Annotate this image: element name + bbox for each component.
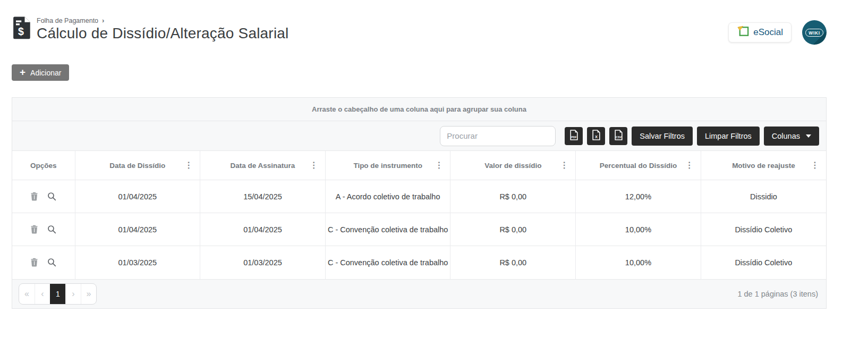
group-drop-zone[interactable]: Arraste o cabeçalho de uma coluna aqui p… (12, 98, 826, 121)
column-header[interactable]: Tipo de instrumento⋮ (325, 151, 450, 180)
search-box (440, 126, 556, 146)
wiki-button[interactable]: WIKI (802, 20, 827, 45)
page-title: Cálculo de Dissídio/Alteração Salarial (37, 25, 289, 42)
table-row: 01/04/202501/04/2025C - Convenção coleti… (12, 213, 826, 246)
table-cell: Dissidio (701, 180, 826, 213)
table-cell: 01/04/2025 (75, 180, 200, 213)
column-header[interactable]: Data de Assinatura⋮ (200, 151, 326, 180)
view-row-icon[interactable] (47, 225, 56, 234)
grid-footer: «‹1›» 1 de 1 páginas (3 itens) (12, 279, 826, 308)
column-menu-icon[interactable]: ⋮ (811, 161, 819, 170)
column-header-label: Data de Assinatura (231, 162, 295, 170)
page-1-button[interactable]: 1 (50, 284, 65, 304)
table-cell: R$ 0,00 (450, 246, 576, 279)
pdf-file-icon: PDF (569, 130, 578, 142)
page: $ Folha de Pagamento › Cálculo de Dissíd… (12, 0, 827, 309)
data-grid: Arraste o cabeçalho de uma coluna aqui p… (12, 97, 827, 309)
column-menu-icon[interactable]: ⋮ (560, 161, 568, 170)
header-actions: eSocial WIKI (728, 20, 827, 45)
prev-page-button[interactable]: ‹ (35, 284, 50, 304)
clear-filters-label: Limpar Filtros (705, 132, 752, 140)
esocial-button[interactable]: eSocial (728, 22, 792, 43)
breadcrumb[interactable]: Folha de Pagamento (37, 17, 98, 24)
view-row-icon[interactable] (47, 192, 56, 201)
pagination-info: 1 de 1 páginas (3 itens) (737, 290, 818, 298)
column-header[interactable]: Percentual do Dissídio⋮ (576, 151, 701, 180)
delete-row-icon[interactable] (30, 258, 38, 267)
search-input[interactable] (440, 131, 556, 140)
esocial-document-icon (737, 25, 750, 40)
svg-text:PDF: PDF (571, 136, 577, 139)
column-header-label: Opções (30, 162, 57, 170)
table-cell: Dissídio Coletivo (701, 246, 826, 279)
export-xls-button[interactable]: X (587, 127, 605, 145)
wiki-label: WIKI (805, 29, 823, 37)
column-menu-icon[interactable]: ⋮ (685, 161, 694, 170)
table-cell: 01/04/2025 (200, 213, 326, 246)
table-row: 01/04/202515/04/2025A - Acordo coletivo … (12, 180, 826, 213)
save-filters-button[interactable]: Salvar Filtros (632, 127, 693, 146)
view-row-icon[interactable] (47, 258, 56, 267)
column-menu-icon[interactable]: ⋮ (310, 161, 318, 170)
column-header-label: Motivo de reajuste (732, 162, 795, 170)
svg-text:X: X (595, 134, 598, 139)
table-cell: 01/04/2025 (75, 213, 200, 246)
column-header[interactable]: Valor de dissídio⋮ (450, 151, 576, 180)
xls-file-icon: X (592, 130, 601, 142)
delete-row-icon[interactable] (30, 192, 38, 201)
payroll-invoice-icon: $ (12, 16, 32, 42)
column-header-label: Tipo de instrumento (353, 162, 422, 170)
breadcrumb-chevron-icon: › (102, 16, 104, 24)
save-filters-label: Salvar Filtros (640, 132, 685, 140)
records-table: OpçõesData de Dissídio⋮Data de Assinatur… (12, 150, 826, 279)
grid-toolbar: PDF X CSV Salvar Filtros Limpar Filtros … (12, 121, 826, 150)
csv-file-icon: CSV (614, 130, 623, 142)
table-cell: 10,00% (576, 213, 701, 246)
table-cell: R$ 0,00 (450, 213, 576, 246)
table-cell: 01/03/2025 (200, 246, 326, 279)
svg-text:CSV: CSV (616, 136, 622, 139)
last-page-button[interactable]: » (81, 284, 96, 304)
table-cell: 01/03/2025 (75, 246, 200, 279)
columns-dropdown-button[interactable]: Colunas (764, 127, 819, 146)
columns-label: Colunas (772, 132, 800, 140)
export-buttons: PDF X CSV (565, 127, 627, 145)
export-pdf-button[interactable]: PDF (565, 127, 583, 145)
delete-row-icon[interactable] (30, 225, 38, 234)
column-header[interactable]: Data de Dissídio⋮ (75, 151, 200, 180)
table-cell: R$ 0,00 (450, 180, 576, 213)
chevron-down-icon (806, 134, 811, 138)
table-cell: 15/04/2025 (200, 180, 326, 213)
pagination: «‹1›» (19, 283, 97, 305)
column-menu-icon[interactable]: ⋮ (184, 161, 193, 170)
table-cell: C - Convenção coletiva de trabalho (325, 213, 450, 246)
plus-icon: + (20, 67, 25, 77)
svg-text:$: $ (18, 26, 24, 37)
column-header[interactable]: Motivo de reajuste⋮ (701, 151, 826, 180)
row-options-cell (12, 246, 75, 279)
first-page-button[interactable]: « (19, 284, 35, 304)
table-header-row: OpçõesData de Dissídio⋮Data de Assinatur… (12, 151, 826, 180)
page-header: $ Folha de Pagamento › Cálculo de Dissíd… (12, 0, 827, 45)
column-menu-icon[interactable]: ⋮ (435, 161, 443, 170)
table-cell: Dissídio Coletivo (701, 213, 826, 246)
table-cell: 10,00% (576, 246, 701, 279)
export-csv-button[interactable]: CSV (609, 127, 627, 145)
column-header[interactable]: Opções (12, 151, 75, 180)
next-page-button[interactable]: › (65, 284, 81, 304)
clear-filters-button[interactable]: Limpar Filtros (697, 127, 760, 146)
add-button[interactable]: + Adicionar (12, 64, 69, 81)
esocial-label: eSocial (753, 27, 783, 38)
table-cell: C - Convenção coletiva de trabalho (325, 246, 450, 279)
table-cell: A - Acordo coletivo de trabalho (325, 180, 450, 213)
group-hint-text: Arraste o cabeçalho de uma coluna aqui p… (312, 105, 526, 113)
title-block: $ Folha de Pagamento › Cálculo de Dissíd… (12, 16, 289, 42)
row-options-cell (12, 180, 75, 213)
table-row: 01/03/202501/03/2025C - Convenção coleti… (12, 246, 826, 279)
column-header-label: Valor de dissídio (484, 162, 541, 170)
column-header-label: Data de Dissídio (109, 162, 165, 170)
column-header-label: Percentual do Dissídio (600, 162, 677, 170)
add-button-label: Adicionar (30, 69, 61, 77)
row-options-cell (12, 213, 75, 246)
table-cell: 12,00% (576, 180, 701, 213)
